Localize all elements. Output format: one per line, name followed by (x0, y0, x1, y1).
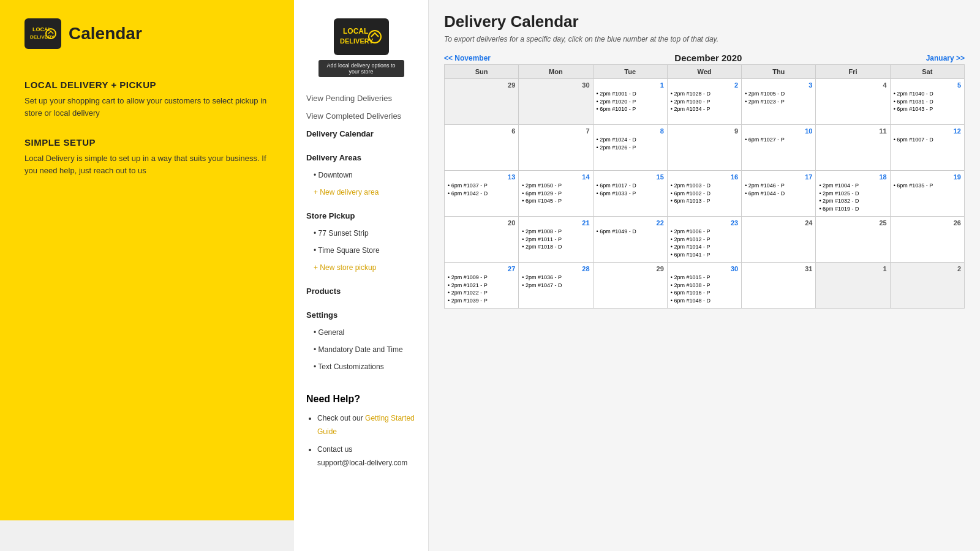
delivery-item: • 2pm #1023 - P (745, 99, 812, 106)
sidebar-item-pending[interactable]: View Pending Deliveries (294, 89, 428, 107)
delivery-item: • 2pm #1032 - D (819, 198, 886, 205)
sidebar-item-new-store[interactable]: + New store pickup (294, 259, 428, 276)
sidebar-item-text-customizations[interactable]: Text Customizations (294, 358, 428, 375)
table-row: 10• 6pm #1027 - P (742, 125, 816, 171)
delivery-item: • 6pm #1049 - D (597, 228, 664, 236)
day-number[interactable]: 27 (448, 265, 515, 272)
delivery-item: • 6pm #1045 - P (522, 198, 589, 205)
delivery-item: • 2pm #1005 - D (745, 91, 812, 98)
need-help-title: Need Help? (306, 394, 416, 405)
sidebar-section-delivery-areas: Delivery Areas (294, 149, 428, 167)
day-number[interactable]: 10 (745, 127, 812, 135)
delivery-item: • 6pm #1029 - P (522, 190, 589, 198)
delivery-item: • 6pm #1016 - P (671, 290, 738, 297)
delivery-item: • 2pm #1020 - P (597, 99, 664, 106)
section-local-delivery: LOCAL DELIVERY + PICKUP Set up your shop… (24, 80, 270, 119)
table-row: 25 (816, 217, 890, 263)
sidebar-section-settings: Settings (294, 306, 428, 324)
day-number: 31 (745, 265, 812, 272)
day-number[interactable]: 15 (597, 173, 664, 181)
weekday-sat: Sat (890, 65, 964, 79)
sidebar-logo: LOCAL DELIVERY (334, 18, 389, 55)
day-number[interactable]: 18 (819, 173, 886, 181)
sidebar-item-new-area[interactable]: + New delivery area (294, 184, 428, 201)
day-number[interactable]: 13 (448, 173, 515, 181)
main-content: Delivery Calendar To export deliveries f… (429, 0, 980, 551)
sidebar-item-downtown[interactable]: Downtown (294, 167, 428, 184)
table-row: 20 (445, 217, 519, 263)
delivery-item: • 2pm #1030 - P (671, 99, 738, 106)
day-number[interactable]: 21 (522, 219, 589, 227)
need-help-section: Need Help? Check out our Getting Started… (294, 381, 428, 482)
table-row: 5• 2pm #1040 - D• 6pm #1031 - D• 6pm #10… (890, 79, 964, 125)
delivery-item: • 2pm #1034 - P (671, 106, 738, 113)
delivery-item: • 2pm #1014 - P (671, 244, 738, 251)
weekday-wed: Wed (667, 65, 741, 79)
delivery-item: • 2pm #1050 - P (522, 182, 589, 190)
sidebar-item-mandatory-date[interactable]: Mandatory Date and Time (294, 341, 428, 358)
need-help-item-contact: Contact us support@local-delivery.com (317, 443, 416, 470)
day-number[interactable]: 12 (894, 127, 961, 135)
delivery-item: • 2pm #1021 - P (448, 282, 515, 290)
weekday-thu: Thu (742, 65, 816, 79)
table-row: 14• 2pm #1050 - P• 6pm #1029 - P• 6pm #1… (519, 171, 593, 217)
table-row: 16• 2pm #1003 - D• 6pm #1002 - D• 6pm #1… (667, 171, 741, 217)
delivery-item: • 6pm #1037 - P (448, 182, 515, 190)
table-row: 8• 2pm #1024 - D• 2pm #1026 - P (593, 125, 667, 171)
day-number: 20 (448, 219, 515, 227)
day-number[interactable]: 30 (671, 265, 738, 272)
sidebar-item-completed[interactable]: View Completed Deliveries (294, 107, 428, 125)
table-row: 22• 6pm #1049 - D (593, 217, 667, 263)
section-text-2: Local Delivery is simple to set up in a … (24, 152, 270, 176)
contact-email[interactable]: support@local-delivery.com (317, 459, 407, 467)
delivery-item: • 6pm #1013 - P (671, 198, 738, 205)
delivery-item: • 6pm #1043 - P (894, 106, 961, 113)
sidebar-item-general[interactable]: General (294, 324, 428, 341)
delivery-item: • 2pm #1011 - P (522, 236, 589, 244)
day-number[interactable]: 5 (894, 81, 961, 89)
day-number: 30 (522, 81, 589, 89)
day-number[interactable]: 19 (894, 173, 961, 181)
day-number[interactable]: 28 (522, 265, 589, 272)
delivery-item: • 2pm #1008 - P (522, 228, 589, 236)
table-row: 18• 2pm #1004 - P• 2pm #1025 - D• 2pm #1… (816, 171, 890, 217)
day-number: 29 (448, 81, 515, 89)
day-number: 26 (894, 219, 961, 227)
section-heading-1: LOCAL DELIVERY + PICKUP (24, 80, 270, 90)
sidebar-item-77sunset[interactable]: 77 Sunset Strip (294, 225, 428, 242)
table-row: 15• 6pm #1017 - D• 6pm #1033 - P (593, 171, 667, 217)
day-number[interactable]: 23 (671, 219, 738, 227)
day-number[interactable]: 22 (597, 219, 664, 227)
delivery-item: • 2pm #1039 - P (448, 298, 515, 305)
left-logo: LOCAL DELIVERY (24, 18, 61, 49)
delivery-item: • 2pm #1046 - P (745, 182, 812, 190)
day-number[interactable]: 17 (745, 173, 812, 181)
next-month-button[interactable]: January >> (926, 54, 965, 62)
left-title: Calendar (69, 24, 142, 43)
delivery-item: • 2pm #1015 - P (671, 274, 738, 282)
delivery-item: • 6pm #1007 - D (894, 137, 961, 144)
prev-month-button[interactable]: << November (444, 54, 491, 62)
day-number[interactable]: 3 (745, 81, 812, 89)
delivery-item: • 2pm #1025 - D (819, 190, 886, 198)
need-help-item-guide: Check out our Getting Started Guide (317, 412, 416, 438)
sidebar-item-timesquare[interactable]: Time Square Store (294, 242, 428, 259)
day-number[interactable]: 1 (597, 81, 664, 89)
day-number[interactable]: 2 (671, 81, 738, 89)
sidebar-add-button[interactable]: Add local delivery options to your store (318, 60, 404, 77)
sidebar: LOCAL DELIVERY Add local delivery option… (294, 0, 429, 551)
table-row: 27• 2pm #1009 - P• 2pm #1021 - P• 2pm #1… (445, 263, 519, 309)
sidebar-nav: View Pending Deliveries View Completed D… (294, 89, 428, 375)
delivery-item: • 2pm #1026 - P (597, 144, 664, 152)
day-number[interactable]: 8 (597, 127, 664, 135)
day-number: 6 (448, 127, 515, 135)
sidebar-item-calendar[interactable]: Delivery Calendar (294, 125, 428, 143)
sidebar-logo-area: LOCAL DELIVERY Add local delivery option… (294, 12, 428, 83)
sidebar-section-store-pickup: Store Pickup (294, 207, 428, 225)
table-row: 12• 6pm #1007 - D (890, 125, 964, 171)
table-row: 19• 6pm #1035 - P (890, 171, 964, 217)
table-row: 28• 2pm #1036 - P• 2pm #1047 - D (519, 263, 593, 309)
day-number[interactable]: 14 (522, 173, 589, 181)
day-number[interactable]: 16 (671, 173, 738, 181)
delivery-item: • 6pm #1019 - D (819, 206, 886, 213)
